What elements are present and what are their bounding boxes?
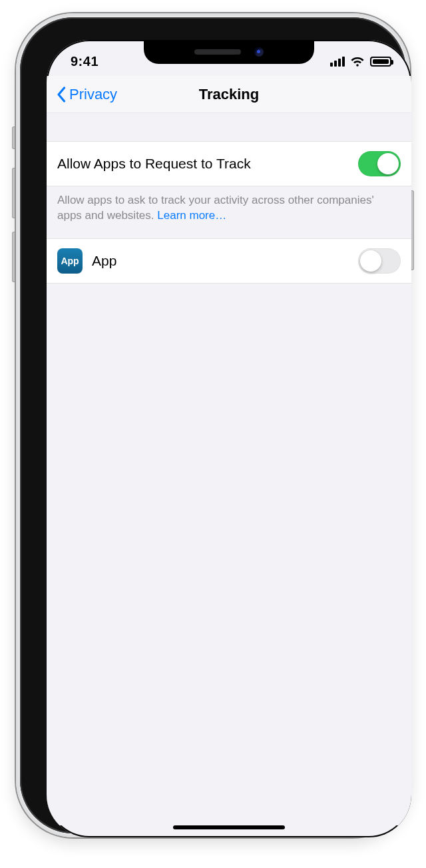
- app-row-left: App App: [57, 248, 116, 274]
- stage: 9:41: [0, 0, 426, 868]
- page-title: Tracking: [199, 86, 259, 103]
- learn-more-link[interactable]: Learn more…: [157, 209, 226, 222]
- wifi-icon: [350, 56, 365, 67]
- nav-bar: Privacy Tracking: [47, 76, 411, 113]
- cellular-signal-icon: [330, 57, 345, 67]
- app-name: App: [92, 253, 116, 269]
- app-row: App App: [47, 238, 411, 284]
- home-indicator[interactable]: [173, 825, 285, 829]
- allow-apps-toggle[interactable]: [358, 151, 401, 176]
- back-button[interactable]: Privacy: [52, 76, 121, 112]
- allow-apps-to-request-row: Allow Apps to Request to Track: [47, 141, 411, 186]
- allow-apps-label: Allow Apps to Request to Track: [57, 156, 251, 172]
- back-label: Privacy: [69, 86, 117, 103]
- phone-chassis: 9:41: [16, 13, 410, 837]
- status-time: 9:41: [71, 54, 99, 69]
- status-right: [330, 56, 391, 67]
- app-tracking-toggle[interactable]: [358, 248, 401, 274]
- status-bar: 9:41: [47, 49, 411, 73]
- content: Allow Apps to Request to Track Allow app…: [47, 113, 411, 825]
- svg-point-0: [356, 64, 359, 67]
- battery-icon: [370, 57, 391, 67]
- chevron-left-icon: [56, 87, 67, 103]
- screen: 9:41: [47, 40, 411, 837]
- app-icon: App: [57, 248, 83, 274]
- section-footer-note: Allow apps to ask to track your activity…: [47, 186, 411, 234]
- app-icon-label: App: [61, 256, 79, 266]
